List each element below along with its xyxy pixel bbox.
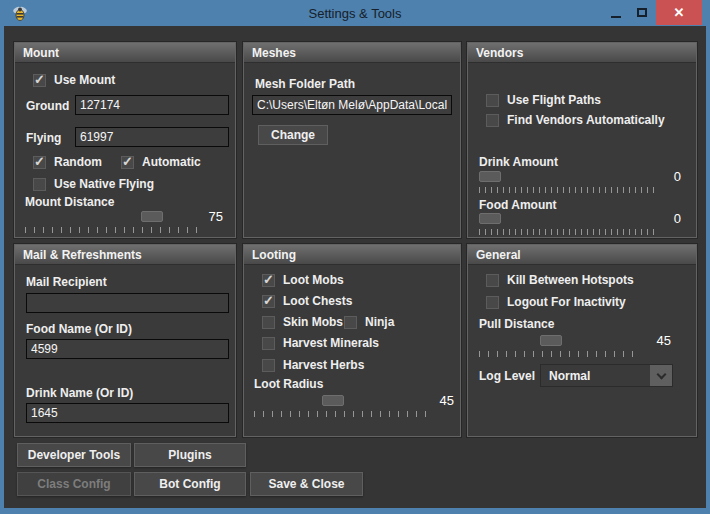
- food-amount-value: 0: [674, 211, 681, 226]
- pull-distance-label: Pull Distance: [479, 317, 554, 331]
- log-level-value: Normal: [541, 369, 650, 383]
- mount-distance-label: Mount Distance: [25, 195, 114, 209]
- checkbox-box: [262, 274, 275, 287]
- slider-handle[interactable]: [322, 395, 344, 406]
- slider-handle[interactable]: [479, 213, 501, 224]
- checkbox-box: [33, 178, 46, 191]
- harvest-minerals-checkbox[interactable]: Harvest Minerals: [262, 336, 379, 350]
- group-vendors-title: Vendors: [468, 43, 696, 63]
- drink-name-label: Drink Name (Or ID): [26, 386, 133, 400]
- mount-distance-slider[interactable]: 75: [25, 211, 223, 233]
- loot-radius-value: 45: [440, 393, 454, 408]
- group-meshes-title: Meshes: [244, 43, 460, 63]
- dropdown-arrow-button[interactable]: [650, 365, 672, 386]
- ninja-checkbox[interactable]: Ninja: [344, 315, 394, 329]
- drink-amount-slider[interactable]: 0: [479, 171, 681, 193]
- drink-name-input[interactable]: [26, 403, 229, 423]
- chevron-down-icon: [656, 369, 666, 379]
- minimize-icon: [611, 16, 621, 18]
- loot-chests-checkbox[interactable]: Loot Chests: [262, 294, 352, 308]
- skin-mobs-checkbox[interactable]: Skin Mobs: [262, 315, 343, 329]
- class-config-button[interactable]: Class Config: [17, 472, 131, 496]
- close-button[interactable]: ✕: [656, 0, 702, 25]
- pull-distance-slider[interactable]: 45: [479, 335, 671, 357]
- group-general-title: General: [468, 245, 696, 265]
- ground-label: Ground: [26, 99, 69, 113]
- group-looting-title: Looting: [244, 245, 460, 265]
- logout-for-inactivity-checkbox[interactable]: Logout For Inactivity: [486, 295, 626, 309]
- mail-recipient-input[interactable]: [26, 293, 229, 313]
- group-mail-title: Mail & Refreshments: [15, 245, 235, 265]
- kill-between-hotspots-checkbox[interactable]: Kill Between Hotspots: [486, 273, 634, 287]
- log-level-dropdown[interactable]: Normal: [540, 364, 673, 387]
- titlebar: Settings & Tools ✕: [0, 0, 710, 26]
- checkbox-box: [486, 94, 499, 107]
- food-amount-label: Food Amount: [479, 198, 557, 212]
- loot-radius-slider[interactable]: 45: [254, 395, 454, 417]
- checkbox-box: [262, 337, 275, 350]
- log-level-label: Log Level: [479, 369, 535, 383]
- client-area: Mount Use Mount Ground Flying Random Aut…: [4, 26, 706, 508]
- mesh-folder-path-label: Mesh Folder Path: [255, 77, 355, 91]
- maximize-button[interactable]: [630, 0, 654, 25]
- slider-ticks: [479, 187, 657, 193]
- loot-radius-label: Loot Radius: [254, 377, 323, 391]
- bot-config-button[interactable]: Bot Config: [134, 472, 246, 496]
- slider-ticks: [479, 229, 657, 235]
- mesh-folder-path-input[interactable]: [252, 95, 452, 115]
- checkbox-box: [33, 156, 46, 169]
- maximize-icon: [637, 8, 647, 17]
- group-looting: Looting Loot Mobs Loot Chests Skin Mobs …: [243, 244, 461, 437]
- checkbox-box: [486, 296, 499, 309]
- checkbox-box: [486, 114, 499, 127]
- slider-ticks: [479, 351, 637, 357]
- food-name-label: Food Name (Or ID): [26, 322, 132, 336]
- group-meshes: Meshes Mesh Folder Path Change: [243, 42, 461, 238]
- plugins-button[interactable]: Plugins: [134, 443, 246, 467]
- save-close-button[interactable]: Save & Close: [250, 472, 363, 496]
- group-vendors: Vendors Use Flight Paths Find Vendors Au…: [467, 42, 697, 238]
- checkbox-box: [344, 316, 357, 329]
- slider-handle[interactable]: [141, 211, 163, 222]
- drink-amount-label: Drink Amount: [479, 155, 558, 169]
- flying-input[interactable]: [75, 127, 229, 147]
- random-checkbox[interactable]: Random: [33, 155, 102, 169]
- developer-tools-button[interactable]: Developer Tools: [17, 443, 131, 467]
- slider-ticks: [254, 411, 428, 417]
- settings-window: Settings & Tools ✕ Mount Use Mount Groun…: [0, 0, 710, 514]
- use-flight-paths-checkbox[interactable]: Use Flight Paths: [486, 93, 601, 107]
- mount-distance-value: 75: [209, 209, 223, 224]
- checkbox-box: [262, 295, 275, 308]
- ground-input[interactable]: [75, 95, 229, 115]
- find-vendors-automatically-checkbox[interactable]: Find Vendors Automatically: [486, 113, 665, 127]
- pull-distance-value: 45: [657, 333, 671, 348]
- automatic-checkbox[interactable]: Automatic: [121, 155, 201, 169]
- change-button[interactable]: Change: [258, 125, 328, 145]
- mail-recipient-label: Mail Recipient: [26, 275, 107, 289]
- drink-amount-value: 0: [674, 169, 681, 184]
- group-mount-title: Mount: [15, 43, 235, 63]
- slider-ticks: [25, 227, 201, 233]
- slider-handle[interactable]: [540, 335, 562, 346]
- loot-mobs-checkbox[interactable]: Loot Mobs: [262, 273, 344, 287]
- food-amount-slider[interactable]: 0: [479, 213, 681, 235]
- checkbox-box: [262, 316, 275, 329]
- use-native-flying-checkbox[interactable]: Use Native Flying: [33, 177, 154, 191]
- checkbox-box: [486, 274, 499, 287]
- group-general: General Kill Between Hotspots Logout For…: [467, 244, 697, 437]
- group-mount: Mount Use Mount Ground Flying Random Aut…: [14, 42, 236, 238]
- close-icon: ✕: [674, 5, 685, 20]
- group-mail-refreshments: Mail & Refreshments Mail Recipient Food …: [14, 244, 236, 437]
- minimize-button[interactable]: [604, 0, 628, 25]
- use-mount-checkbox[interactable]: Use Mount: [33, 73, 115, 87]
- checkbox-box: [33, 74, 46, 87]
- flying-label: Flying: [26, 131, 61, 145]
- food-name-input[interactable]: [26, 339, 229, 359]
- checkbox-box: [121, 156, 134, 169]
- harvest-herbs-checkbox[interactable]: Harvest Herbs: [262, 358, 364, 372]
- checkbox-box: [262, 359, 275, 372]
- slider-handle[interactable]: [479, 171, 501, 182]
